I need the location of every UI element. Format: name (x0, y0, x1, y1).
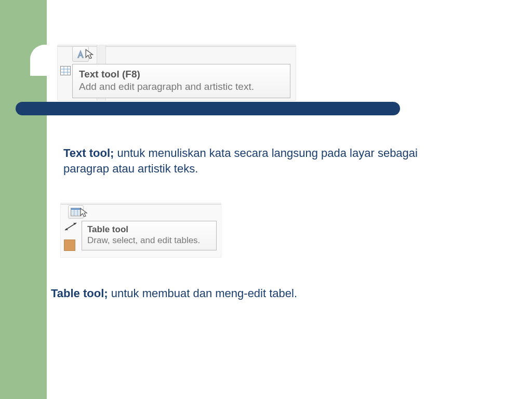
letter-a-icon (75, 49, 86, 59)
orange-tool-icon (64, 240, 75, 251)
text-tool-description: Text tool; untuk menuliskan kata secara … (63, 145, 463, 176)
table-tool-body: untuk membuat dan meng-edit tabel. (111, 287, 297, 300)
ruler-horizontal (61, 203, 221, 205)
dimension-tool-icon (64, 221, 77, 232)
cursor-icon (85, 48, 96, 60)
text-tool-body: untuk menuliskan kata secara langsung pa… (63, 147, 418, 175)
text-tool-screenshot: Text tool (F8) Add and edit paragraph an… (57, 45, 296, 101)
table-tool-label: Table tool; (51, 287, 111, 300)
table-tool-screenshot: Table tool Draw, select, and edit tables… (60, 203, 221, 258)
table-mini-icon (60, 66, 71, 75)
cursor-icon (79, 207, 90, 218)
text-tool-tooltip: Text tool (F8) Add and edit paragraph an… (72, 64, 290, 98)
table-tool-tooltip: Table tool Draw, select, and edit tables… (82, 221, 217, 250)
table-tool-description: Table tool; untuk membuat dan meng-edit … (51, 287, 451, 300)
tooltip-body: Add and edit paragraph and artistic text… (79, 81, 284, 92)
svg-rect-0 (61, 66, 71, 75)
text-tool-label: Text tool; (63, 147, 117, 159)
ruler-horizontal (58, 45, 296, 47)
tooltip-title: Table tool (87, 224, 211, 235)
tooltip-body: Draw, select, and edit tables. (87, 235, 211, 246)
slide-curve-decoration (30, 45, 57, 76)
accent-bar-decoration (16, 102, 400, 115)
tooltip-title: Text tool (F8) (79, 69, 284, 80)
